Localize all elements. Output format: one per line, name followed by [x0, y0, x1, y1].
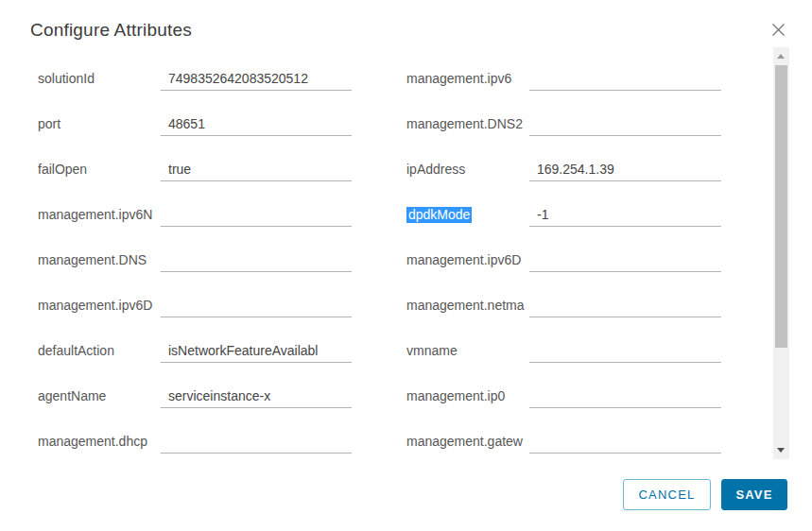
ipAddress-input[interactable] — [529, 162, 721, 180]
field-row-failOpen: failOpen — [38, 144, 352, 189]
management-ipv6N-input[interactable] — [161, 207, 352, 226]
management-gateway-input[interactable] — [529, 434, 721, 453]
field-row-port: port — [38, 98, 352, 144]
field-label-agentName: agentName — [38, 388, 161, 416]
field-row-management-ipv6D: management.ipv6D — [38, 280, 352, 325]
vmname-input[interactable] — [529, 343, 721, 362]
cancel-button[interactable]: CANCEL — [623, 479, 711, 510]
management-ipv6D-input[interactable] — [161, 298, 352, 317]
field-row-management-dhcp: management.dhcp — [38, 416, 352, 461]
close-icon — [771, 23, 786, 40]
field-label-ipAddress: ipAddress — [406, 162, 529, 189]
field-label-management-DNS: management.DNS — [38, 252, 161, 280]
defaultAction-input[interactable] — [161, 343, 352, 362]
field-label-management-ipv6N: management.ipv6N — [38, 207, 161, 234]
field-row-management-ipv6: management.ipv6 — [406, 53, 721, 98]
close-button[interactable] — [769, 23, 786, 40]
field-row-management-DNS2: management.DNS2 — [406, 98, 721, 144]
field-row-ipAddress: ipAddress — [406, 144, 721, 189]
management-dhcp-input[interactable] — [161, 434, 352, 453]
scroll-up-icon[interactable] — [777, 54, 785, 59]
field-label-port: port — [38, 116, 161, 144]
field-label-failOpen: failOpen — [38, 162, 161, 189]
scroll-down-icon[interactable] — [777, 448, 785, 453]
field-row-vmname: vmname — [406, 325, 721, 370]
field-label-vmname: vmname — [406, 343, 529, 370]
field-label-management-ipv6: management.ipv6 — [406, 71, 529, 98]
configure-attributes-dialog: Configure Attributes solutionId port fai… — [0, 0, 812, 531]
field-row-management-DNS: management.DNS — [38, 234, 352, 280]
scrollbar-thumb[interactable] — [775, 65, 787, 348]
save-button[interactable]: SAVE — [721, 479, 787, 510]
field-row-management-netmask: management.netma — [406, 280, 721, 325]
field-row-defaultAction: defaultAction — [38, 325, 352, 370]
field-label-management-DNS2: management.DNS2 — [406, 116, 529, 144]
right-column: management.ipv6 management.DNS2 ipAddres… — [406, 53, 721, 461]
failOpen-input[interactable] — [161, 162, 352, 180]
field-row-management-ipv6D-2: management.ipv6D — [406, 234, 721, 280]
field-label-management-ipv6D-2: management.ipv6D — [406, 252, 529, 280]
field-row-management-ip0: management.ip0 — [406, 370, 721, 416]
management-DNS2-input[interactable] — [529, 116, 721, 135]
vertical-scrollbar[interactable] — [773, 47, 789, 459]
field-label-dpdkMode: dpdkMode — [406, 207, 529, 234]
field-row-agentName: agentName — [38, 370, 352, 416]
field-label-management-gateway: management.gatew — [406, 434, 529, 461]
dpdkMode-selected-text: dpdkMode — [406, 207, 472, 223]
field-row-management-gateway: management.gatew — [406, 416, 721, 461]
field-row-solutionId: solutionId — [38, 53, 352, 98]
field-label-management-ip0: management.ip0 — [406, 388, 529, 416]
field-row-management-ipv6N: management.ipv6N — [38, 189, 352, 234]
dialog-title: Configure Attributes — [30, 20, 192, 41]
port-input[interactable] — [161, 116, 352, 135]
left-column: solutionId port failOpen management.ipv6… — [38, 53, 352, 461]
dpdkMode-input[interactable] — [529, 207, 721, 226]
field-label-defaultAction: defaultAction — [38, 343, 161, 370]
field-row-dpdkMode: dpdkMode — [406, 189, 721, 234]
field-label-management-netmask: management.netma — [406, 298, 529, 325]
management-netmask-input[interactable] — [529, 298, 721, 317]
agentName-input[interactable] — [161, 388, 352, 407]
management-ipv6D-2-input[interactable] — [529, 252, 721, 271]
management-DNS-input[interactable] — [161, 252, 352, 271]
management-ip0-input[interactable] — [529, 388, 721, 407]
field-label-management-ipv6D: management.ipv6D — [38, 298, 161, 325]
solutionId-input[interactable] — [161, 71, 352, 90]
field-label-management-dhcp: management.dhcp — [38, 434, 161, 461]
field-label-solutionId: solutionId — [38, 71, 161, 98]
management-ipv6-input[interactable] — [529, 71, 721, 90]
